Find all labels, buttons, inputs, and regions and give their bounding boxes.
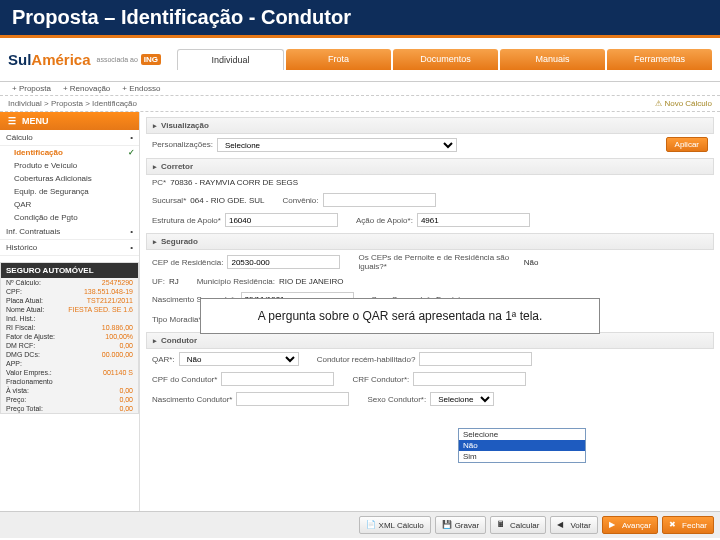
qar-opt-selecione[interactable]: Selecione <box>459 429 585 440</box>
close-icon: ✖ <box>669 520 679 530</box>
tab-manuais[interactable]: Manuais <box>500 49 605 70</box>
slide-header: Proposta – Identificação - Condutor <box>0 0 720 38</box>
sidecard-row: Fator de Ajuste:100,00% <box>1 332 138 341</box>
check-icon: ✓ <box>128 148 135 157</box>
voltar-button[interactable]: ◀Voltar <box>550 516 597 534</box>
sidecard-row: Placa Atual:TST2121/2011 <box>1 296 138 305</box>
sidebar-item-qar[interactable]: QAR <box>0 198 139 211</box>
pc-value: 70836 - RAYMVIA CORR DE SEGS <box>170 178 298 187</box>
topbar: SulAmérica associada ao ING Individual F… <box>0 38 720 82</box>
sidebar-group-calculo[interactable]: Cálculo• <box>0 130 139 146</box>
personalizacoes-select[interactable]: Selecione <box>217 138 457 152</box>
sidebar-item-equip[interactable]: Equip. de Segurança <box>0 185 139 198</box>
forward-icon: ▶ <box>609 520 619 530</box>
xml-icon: 📄 <box>366 520 376 530</box>
nasc-cond-input[interactable] <box>236 392 349 406</box>
personalizacoes-label: Personalizações: <box>152 140 213 149</box>
qar-opt-sim[interactable]: Sim <box>459 451 585 462</box>
slide-title: Proposta – Identificação - Condutor <box>12 6 708 29</box>
section-segurado: Segurado <box>146 233 714 250</box>
sidecard-row: DMG DCs:00.000,00 <box>1 350 138 359</box>
convenio-input[interactable] <box>323 193 436 207</box>
brand-ing: associada ao ING <box>97 54 162 65</box>
xml-button[interactable]: 📄XML Cálculo <box>359 516 431 534</box>
estrutura-input[interactable] <box>225 213 338 227</box>
sexo-cond-select[interactable]: Selecione <box>430 392 494 406</box>
acao-input[interactable] <box>417 213 530 227</box>
sidecard-row: Preço:0,00 <box>1 395 138 404</box>
footer-bar: 📄XML Cálculo 💾Gravar 🖩Calcular ◀Voltar ▶… <box>0 511 720 538</box>
menu-icon: ☰ <box>8 116 16 126</box>
tab-individual[interactable]: Individual <box>177 49 284 70</box>
cpf-cond-input[interactable] <box>221 372 334 386</box>
qar-opt-nao[interactable]: Não <box>459 440 585 451</box>
sidecard-row: APP: <box>1 359 138 368</box>
sidecard-title: SEGURO AUTOMÓVEL <box>1 263 138 278</box>
avancar-button[interactable]: ▶Avançar <box>602 516 658 534</box>
calc-icon: 🖩 <box>497 520 507 530</box>
sidecard-row: Ind. Hist.: <box>1 314 138 323</box>
main-tabs: Individual Frota Documentos Manuais Ferr… <box>177 49 712 70</box>
status-warning: ⚠ Novo Cálculo <box>655 99 712 108</box>
app-window: SulAmérica associada ao ING Individual F… <box>0 38 720 538</box>
sucursal-value: 064 - RIO GDE. SUL <box>190 196 264 205</box>
subtab-proposta[interactable]: + Proposta <box>12 84 51 93</box>
callout-box: A pergunta sobre o QAR será apresentada … <box>200 298 600 334</box>
section-condutor: Condutor <box>146 332 714 349</box>
section-corretor: Corretor <box>146 158 714 175</box>
calcular-button[interactable]: 🖩Calcular <box>490 516 546 534</box>
crf-input[interactable] <box>413 372 526 386</box>
sidebar: ☰ MENU Cálculo• Identificação✓ Produto e… <box>0 112 140 512</box>
sidecard-row: Nº Cálculo:25475290 <box>1 278 138 287</box>
sidecard-seguro: SEGURO AUTOMÓVEL Nº Cálculo:25475290CPF:… <box>0 262 139 414</box>
sidebar-item-pgto[interactable]: Condição de Pgto <box>0 211 139 224</box>
section-visualizacao: Visualização <box>146 117 714 134</box>
sidebar-group-contratuais[interactable]: Inf. Contratuais• <box>0 224 139 240</box>
sidecard-row: DM RCF:0,00 <box>1 341 138 350</box>
recem-input[interactable] <box>419 352 532 366</box>
subtab-renovacao[interactable]: + Renovação <box>63 84 110 93</box>
back-icon: ◀ <box>557 520 567 530</box>
aplicar-button[interactable]: Aplicar <box>666 137 708 152</box>
tab-ferramentas[interactable]: Ferramentas <box>607 49 712 70</box>
sidecard-row: Valor Empres.:001140 S <box>1 368 138 377</box>
sidecard-row: Preço Total:0,00 <box>1 404 138 413</box>
ing-badge: ING <box>141 54 161 65</box>
tab-frota[interactable]: Frota <box>286 49 391 70</box>
save-icon: 💾 <box>442 520 452 530</box>
sidecard-row: Nome Atual:FIESTA SED. SE 1.6 <box>1 305 138 314</box>
brand-text: SulAmérica <box>8 51 91 68</box>
qar-dropdown-open[interactable]: Selecione Não Sim <box>458 428 586 463</box>
qar-select[interactable]: Não <box>179 352 299 366</box>
brand-logo: SulAmérica associada ao ING <box>8 51 161 68</box>
subtab-endosso[interactable]: + Endosso <box>122 84 160 93</box>
callout-text: A pergunta sobre o QAR será apresentada … <box>258 309 543 323</box>
gravar-button[interactable]: 💾Gravar <box>435 516 486 534</box>
sidecard-row: Fracionamento <box>1 377 138 386</box>
cep-input[interactable] <box>227 255 340 269</box>
tab-documentos[interactable]: Documentos <box>393 49 498 70</box>
sidebar-item-coberturas[interactable]: Coberturas Adicionais <box>0 172 139 185</box>
sidecard-row: CPF:138.551.048-19 <box>1 287 138 296</box>
sidecard-row: À vista:0,00 <box>1 386 138 395</box>
sidebar-item-produto[interactable]: Produto e Veículo <box>0 159 139 172</box>
breadcrumb: Individual > Proposta > Identificação <box>8 99 137 108</box>
menu-header: ☰ MENU <box>0 112 139 130</box>
sidebar-group-historico[interactable]: Histórico• <box>0 240 139 256</box>
fechar-button[interactable]: ✖Fechar <box>662 516 714 534</box>
sidebar-item-identificacao[interactable]: Identificação✓ <box>0 146 139 159</box>
breadcrumb-bar: Individual > Proposta > Identificação ⚠ … <box>0 95 720 112</box>
subtabs: + Proposta + Renovação + Endosso <box>0 82 720 95</box>
sidecard-row: RI Fiscal:10.886,00 <box>1 323 138 332</box>
